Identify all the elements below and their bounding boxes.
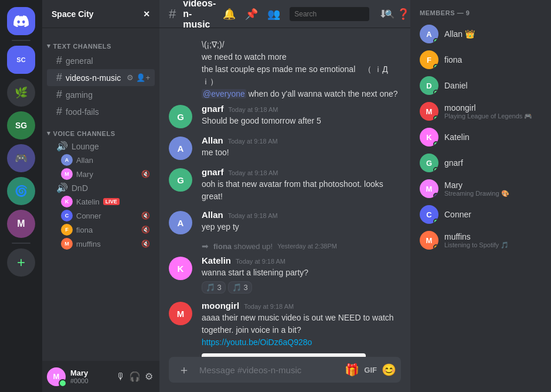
username-allan: Allan <box>202 135 223 145</box>
settings-icon[interactable]: ⚙ <box>127 73 134 82</box>
voice-user-allan[interactable]: A Allan <box>56 153 155 167</box>
server-icon-4[interactable]: 🎮 <box>7 144 35 172</box>
voice-channel-lounge[interactable]: 🔊 Lounge <box>47 139 155 153</box>
members-sidebar: MEMBERS — 9 A Allan 👑 F fiona D <box>410 0 551 392</box>
add-server-button[interactable]: + <box>7 248 35 277</box>
current-user-avatar: M <box>47 367 66 386</box>
text-channels-category[interactable]: ▾ TEXT CHANNELS <box>42 33 159 52</box>
avatar-member-katelin: K <box>420 128 438 146</box>
server-icon-3[interactable]: SG <box>7 111 35 139</box>
reaction-music-1[interactable]: 🎵 3 <box>202 281 226 294</box>
message-text-moongirl: aaaa their new music video is out we NEE… <box>202 312 401 349</box>
member-muffins[interactable]: M muffins Listening to Spotify 🎵 <box>415 227 546 253</box>
gif-button[interactable]: GIF <box>364 366 377 374</box>
settings-button[interactable]: ⚙ <box>143 371 155 383</box>
server-header[interactable]: Space City ✕ <box>42 0 159 28</box>
timestamp: Today at 9:18 AM <box>229 106 278 113</box>
voice-channels-category[interactable]: ▾ VOICE CHANNELS <box>42 120 159 139</box>
member-fiona[interactable]: F fiona <box>415 47 546 73</box>
member-daniel[interactable]: D Daniel <box>415 73 546 98</box>
hash-icon: # <box>56 71 62 84</box>
member-mary[interactable]: M Mary Streaming Drawing 🎨 <box>415 176 546 202</box>
channel-videos-n-music[interactable]: # videos-n-music ⚙ 👤+ <box>47 69 155 86</box>
avatar-allan-2: A <box>169 211 192 234</box>
avatar-member-fiona: F <box>420 50 438 69</box>
message-header: gnarf Today at 9:18 AM <box>202 104 401 114</box>
timestamp-allan: Today at 9:18 AM <box>228 138 278 145</box>
avatar-member-mary: M <box>420 179 438 198</box>
pin-icon[interactable]: 📌 <box>245 8 258 21</box>
member-name-conner: Conner <box>444 210 542 219</box>
avatar-gnarf: G <box>169 105 192 128</box>
voice-user-conner[interactable]: C Conner 🔇 <box>56 209 155 223</box>
message-content-katelin: Katelin Today at 9:18 AM wanna start a l… <box>202 255 401 294</box>
notifications-icon[interactable]: 🔔 <box>223 8 236 21</box>
member-info-moongirl: moongirl Playing League of Legends 🎮 <box>444 103 542 120</box>
member-info-conner: Conner <box>444 210 542 219</box>
member-name-muffins: muffins <box>444 232 542 241</box>
message-input[interactable] <box>195 359 345 381</box>
add-member-icon[interactable]: 👤+ <box>136 73 150 82</box>
emoji-button[interactable]: 😊 <box>382 363 396 377</box>
user-panel-actions: 🎙 🎧 ⚙ <box>115 371 155 383</box>
chat-header-actions: 🔔 📌 👥 🔍 ⬇ ❓ 📥 <box>223 7 432 21</box>
member-conner[interactable]: C Conner <box>415 202 546 227</box>
download-icon[interactable]: ⬇ <box>379 8 387 21</box>
avatar-member-allan: A <box>420 25 438 43</box>
server-icon-6[interactable]: M <box>7 210 35 238</box>
member-allan[interactable]: A Allan 👑 <box>415 21 546 47</box>
voice-user-fiona[interactable]: F fiona 🔇 <box>56 223 155 237</box>
discord-home-icon[interactable] <box>7 7 35 35</box>
members-header: MEMBERS — 9 <box>415 9 546 16</box>
beak-svg: BEAK <box>208 356 360 357</box>
voice-icons: 🔇 <box>141 170 150 178</box>
current-user-name: Mary <box>70 369 110 377</box>
add-attachment-button[interactable]: ＋ <box>174 362 195 378</box>
voice-user-mary[interactable]: M Mary 🔇 <box>56 167 155 181</box>
message-content-gnarf-2: gnarf Today at 9:18 AM ooh is that new a… <box>202 167 401 203</box>
status-dot-daniel <box>433 90 438 95</box>
help-icon[interactable]: ❓ <box>397 8 410 21</box>
voice-icons-conner: 🔇 <box>141 212 150 220</box>
hash-icon: # <box>56 105 62 118</box>
mini-avatar-mary: M <box>61 168 73 180</box>
message-header-allan-2: Allan Today at 9:18 AM <box>202 210 401 220</box>
deafen-button[interactable]: 🎧 <box>129 371 141 383</box>
system-text: fiona showed up! <box>213 242 273 251</box>
message-header-gnarf-2: gnarf Today at 9:18 AM <box>202 167 401 177</box>
server-icon-5[interactable]: 🌀 <box>7 177 35 205</box>
voice-user-muffins[interactable]: M muffins 🔇 <box>56 237 155 251</box>
status-dot-gnarf <box>433 167 438 172</box>
server-icon-2[interactable]: 🌿 <box>7 79 35 107</box>
youtube-link[interactable]: https://youtu.be/OiDz6aQ928o <box>202 338 312 347</box>
gift-icon[interactable]: 🎁 <box>345 363 359 377</box>
member-moongirl[interactable]: M moongirl Playing League of Legends 🎮 <box>415 98 546 124</box>
search-bar[interactable]: 🔍 <box>290 7 369 21</box>
mini-avatar-conner: C <box>61 210 73 221</box>
server-icon-spacecity[interactable]: SC <box>7 46 35 74</box>
video-embed[interactable]: BEAK ▶ <box>202 353 366 357</box>
member-katelin[interactable]: K Katelin <box>415 124 546 150</box>
voice-channel-dnd[interactable]: 🔊 DnD <box>47 181 155 195</box>
input-actions: 🎁 GIF 😊 <box>345 363 396 377</box>
dnd-users: K Katelin LIVE C Conner 🔇 F fiona 🔇 M mu… <box>42 195 159 251</box>
server-divider-2 <box>12 243 30 244</box>
voice-user-katelin[interactable]: K Katelin LIVE <box>56 195 155 209</box>
avatar-katelin: K <box>169 257 192 280</box>
video-thumbnail: BEAK ▶ <box>202 353 366 357</box>
message-content-allan-2: Allan Today at 9:18 AM yep yep ty <box>202 210 401 234</box>
timestamp-allan-2: Today at 9:18 AM <box>228 212 278 219</box>
search-input[interactable] <box>294 10 382 18</box>
status-dot-mary <box>433 193 438 198</box>
mute-button[interactable]: 🎙 <box>115 371 127 383</box>
channel-general[interactable]: # general <box>47 52 155 69</box>
message-text-allan: me too! <box>202 146 401 159</box>
timestamp-gnarf-2: Today at 9:18 AM <box>229 169 278 176</box>
member-name-allan: Allan 👑 <box>444 29 542 39</box>
channel-food-fails[interactable]: # food-fails <box>47 103 155 120</box>
reaction-music-2[interactable]: 🎵 3 <box>228 281 252 294</box>
channel-gaming[interactable]: # gaming <box>47 86 155 103</box>
member-gnarf[interactable]: G gnarf <box>415 150 546 176</box>
member-info-allan: Allan 👑 <box>444 29 542 39</box>
members-toggle-icon[interactable]: 👥 <box>267 8 280 21</box>
